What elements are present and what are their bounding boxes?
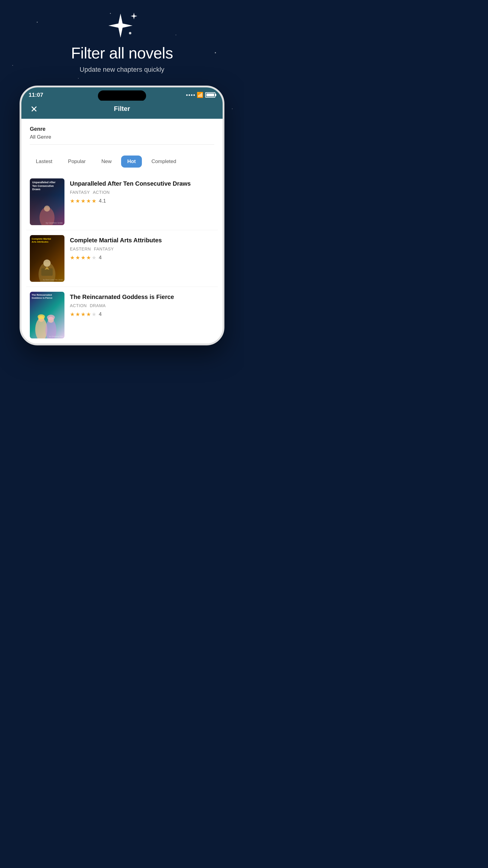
book-tag: EASTERN <box>70 247 91 251</box>
status-time: 11:07 <box>29 92 43 98</box>
hero-title: Filter all novels <box>71 44 173 62</box>
star-filled: ★ <box>81 254 86 261</box>
list-item[interactable]: Complete MartialArts Attributes by Don't… <box>26 230 218 287</box>
content-area: Genre All Genre Lastest Popular New Hot … <box>22 119 223 344</box>
svg-point-4 <box>43 259 51 267</box>
tab-new[interactable]: New <box>95 156 118 167</box>
svg-point-12 <box>47 315 55 320</box>
list-item[interactable]: The ReincarnatedGoddess is Fierce <box>26 287 218 344</box>
stars-row: ★ ★ ★ ★ ★ <box>70 198 96 204</box>
book-rating-3: ★ ★ ★ ★ ★ 4 <box>70 311 214 318</box>
svg-point-2 <box>44 206 50 212</box>
status-icons: 📶 <box>186 92 216 98</box>
star-filled: ★ <box>70 198 75 204</box>
star-filled: ★ <box>75 254 80 261</box>
star-half: ★ <box>92 198 96 204</box>
tab-popular[interactable]: Popular <box>62 156 92 167</box>
star-filled: ★ <box>81 198 86 204</box>
book-rating-1: ★ ★ ★ ★ ★ 4.1 <box>70 198 214 204</box>
book-rating-2: ★ ★ ★ ★ ★ 4 <box>70 254 214 261</box>
book-tag: FANTASY <box>70 190 90 195</box>
status-bar: 11:07 📶 <box>22 87 223 101</box>
star-half: ★ <box>86 254 91 261</box>
svg-rect-5 <box>41 268 53 276</box>
dynamic-island <box>98 90 146 101</box>
book-cover-1: Unparalleled AfterTen Consecutive Draws … <box>30 179 64 225</box>
tab-lastest[interactable]: Lastest <box>30 156 59 167</box>
nav-bar: Filter <box>22 101 223 119</box>
star-empty: ★ <box>92 254 96 261</box>
svg-point-9 <box>38 314 45 319</box>
book-title-3: The Reincarnated Goddess is Fierce <box>70 293 214 301</box>
star-filled: ★ <box>75 311 80 318</box>
tab-hot[interactable]: Hot <box>121 156 141 167</box>
star-filled: ★ <box>81 311 86 318</box>
star-filled: ★ <box>70 254 75 261</box>
hero-subtitle: Update new chapters quickly <box>79 66 164 73</box>
filter-tabs: Lastest Popular New Hot Completed <box>22 150 223 174</box>
nav-title: Filter <box>114 105 130 113</box>
genre-value: All Genre <box>30 134 214 145</box>
star-filled: ★ <box>75 198 80 204</box>
book-tag: ACTION <box>70 303 87 308</box>
close-button[interactable] <box>29 103 39 114</box>
stars-row: ★ ★ ★ ★ ★ <box>70 311 96 318</box>
list-item[interactable]: Unparalleled AfterTen Consecutive Draws … <box>26 174 218 230</box>
genre-label: Genre <box>30 126 214 132</box>
book-info-2: Complete Martial Arts Attributes EASTERN… <box>70 235 214 261</box>
book-tag: DRAMA <box>90 303 106 308</box>
star-filled: ★ <box>70 311 75 318</box>
book-tags-2: EASTERN FANTASY <box>70 247 214 251</box>
book-title-1: Unparalleled After Ten Consecutive Draws <box>70 180 214 187</box>
book-info-3: The Reincarnated Goddess is Fierce ACTIO… <box>70 292 214 318</box>
book-list: Unparalleled AfterTen Consecutive Draws … <box>22 174 223 344</box>
tab-completed[interactable]: Completed <box>145 156 182 167</box>
svg-point-0 <box>129 32 131 34</box>
genre-section: Genre All Genre <box>22 119 223 150</box>
stars-row: ★ ★ ★ ★ ★ <box>70 254 96 261</box>
book-title-2: Complete Martial Arts Attributes <box>70 236 214 244</box>
sparkle-icon <box>107 12 137 39</box>
star-empty: ★ <box>92 311 96 318</box>
book-info-1: Unparalleled After Ten Consecutive Draws… <box>70 179 214 204</box>
book-cover-2: Complete MartialArts Attributes by Don't… <box>30 235 64 282</box>
signal-icon <box>186 94 195 96</box>
rating-number-3: 4 <box>99 311 101 317</box>
rating-number-2: 4 <box>99 255 101 261</box>
book-tag: FANTASY <box>94 247 114 251</box>
book-tags-1: FANTASY ACTION <box>70 190 214 195</box>
rating-number-1: 4.1 <box>99 198 106 204</box>
hero-section: Filter all novels Update new chapters qu… <box>0 0 244 83</box>
phone-mockup: 11:07 📶 Filter <box>0 86 244 345</box>
battery-icon <box>205 92 216 98</box>
phone-frame: 11:07 📶 Filter <box>20 86 224 345</box>
star-filled: ★ <box>86 311 91 318</box>
book-tag: ACTION <box>93 190 110 195</box>
star-filled: ★ <box>86 198 91 204</box>
wifi-icon: 📶 <box>197 92 203 98</box>
book-tags-3: ACTION DRAMA <box>70 303 214 308</box>
book-cover-3: The ReincarnatedGoddess is Fierce <box>30 292 64 338</box>
